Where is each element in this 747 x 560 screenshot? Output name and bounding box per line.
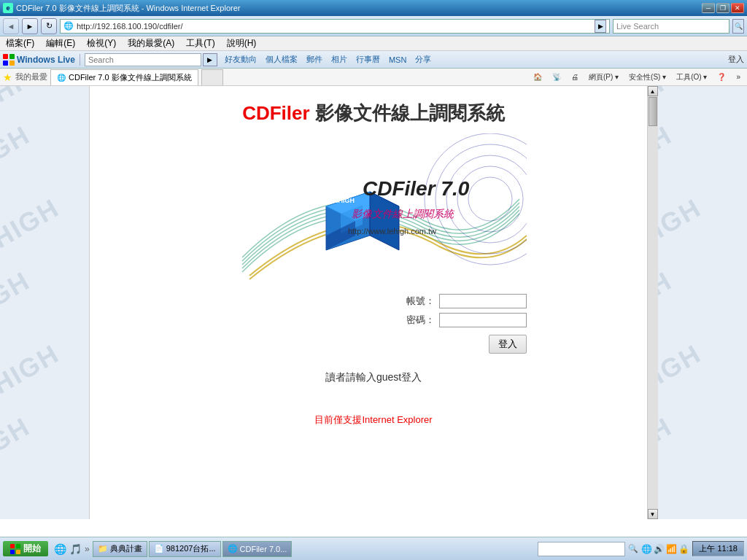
menu-tools[interactable]: 工具(T) [183,36,217,51]
scroll-thumb[interactable] [649,97,657,126]
password-row: 密碼： [406,313,527,327]
login-form: 帳號： 密碼： 登入 [220,294,527,354]
link-mail[interactable]: 郵件 [306,54,322,65]
logo-svg: LEHIGH CDFiler 7.0 影像文件線上調閱系統 http://www… [220,133,527,287]
taskbar-item-1-icon: 📁 [98,544,108,553]
windows-live-label: Windows Live [17,55,75,65]
address-go-button[interactable]: ▶ [595,20,606,33]
print-button[interactable]: 🖨 [568,71,582,83]
svg-text:LEHIGH: LEHIGH [330,197,355,204]
search-icon[interactable]: 🔍 [628,544,638,553]
favorites-label[interactable]: 我的最愛 [15,71,47,82]
refresh-button[interactable]: ↻ [41,18,57,34]
username-input[interactable] [439,294,527,308]
restore-button[interactable]: ❐ [716,3,729,13]
start-button[interactable]: 開始 [3,541,48,556]
page-title-area: CDFiler 影像文件線上調閱系統 [90,86,657,133]
taskbar-search-input[interactable] [538,542,625,556]
menu-view[interactable]: 檢視(Y) [84,36,119,51]
quick-launch-expand[interactable]: » [85,544,90,554]
links-bar: Windows Live ▶ 好友動向 個人檔案 郵件 相片 行事曆 MSN 分… [0,51,747,69]
link-profile[interactable]: 個人檔案 [266,54,298,65]
media-quick-icon[interactable]: 🎵 [69,543,82,555]
watermark-26: LEHIGH [0,411,36,491]
svg-point-8 [468,177,512,221]
search-go-button[interactable]: 🔍 [732,19,744,34]
links-search-input[interactable] [85,53,201,66]
taskbar-right: 🔍 🌐 🔊 📶 🔒 上午 11:18 [538,541,744,556]
link-share[interactable]: 分享 [415,54,431,65]
rss-button[interactable]: 📡 [549,71,565,83]
tray-icon-3[interactable]: 📶 [666,544,677,554]
menu-favorites[interactable]: 我的最愛(A) [125,36,177,51]
minimize-button[interactable]: ─ [702,3,715,13]
menu-file[interactable]: 檔案(F) [3,36,37,51]
signin-button[interactable]: 登入 [728,54,744,65]
windows-live-icon [3,54,15,66]
taskbar-item-3[interactable]: 🌐 CDFiler 7.0... [222,541,293,557]
links-right: 登入 [728,54,744,65]
svg-text:http://www.lehigh.com.tw: http://www.lehigh.com.tw [348,227,436,236]
ie-quick-icon[interactable]: 🌐 [54,543,66,555]
tray-icon-1[interactable]: 🌐 [641,544,652,554]
tray-icon-2[interactable]: 🔊 [654,544,665,554]
help-menu[interactable]: ❓ [713,71,729,83]
watermark-1: LEHIGH [0,86,65,127]
logo-container: LEHIGH CDFiler 7.0 影像文件線上調閱系統 http://www… [220,133,527,287]
home-button[interactable]: 🏠 [530,71,546,83]
scroll-down-button[interactable]: ▼ [648,509,658,519]
address-text[interactable]: http://192.168.100.190/cdfiler/ [77,22,592,31]
new-tab[interactable] [201,69,223,85]
search-box[interactable]: Live Search [613,19,729,34]
link-calendar[interactable]: 行事曆 [356,54,380,65]
link-msn[interactable]: MSN [389,55,406,64]
svg-rect-19 [16,544,20,548]
tools-menu[interactable]: 工具(O) ▾ [673,70,711,85]
taskbar-items: 📁 典典計畫 📄 981207台拓... 🌐 CDFiler 7.0... [93,541,535,557]
page-menu[interactable]: 網頁(P) ▾ [585,70,622,85]
watermark-11: LEHIGH [0,192,65,273]
taskbar-item-1[interactable]: 📁 典典計畫 [93,541,147,557]
close-button[interactable]: ✕ [731,3,744,13]
scroll-up-button[interactable]: ▲ [648,86,658,96]
scroll-track[interactable] [648,96,658,509]
taskbar: 開始 🌐 🎵 » 📁 典典計畫 📄 981207台拓... 🌐 CDFiler … [0,537,747,560]
back-button[interactable]: ◄ [3,18,19,34]
login-button[interactable]: 登入 [489,335,527,354]
scrollbar[interactable]: ▲ ▼ [647,86,657,519]
quick-launch: 🌐 🎵 » [54,543,90,555]
watermark-21: LEHIGH [0,338,65,419]
forward-button[interactable]: ► [22,18,38,34]
title-bar-buttons: ─ ❐ ✕ [702,3,744,13]
taskbar-item-2[interactable]: 📄 981207台拓... [149,541,221,557]
svg-rect-20 [10,550,15,554]
window-title: CDFiler 7.0 影像文件線上調閱系統 - Windows Interne… [16,3,240,14]
favorites-star-icon: ★ [3,71,12,83]
browser-toolbar-right: 🏠 📡 🖨 網頁(P) ▾ 安全性(S) ▾ 工具(O) ▾ ❓ » [530,70,744,85]
title-bar-left: e CDFiler 7.0 影像文件線上調閱系統 - Windows Inter… [3,3,240,14]
toolbar-separator [80,54,80,66]
svg-text:影像文件線上調閱系統: 影像文件線上調閱系統 [352,208,455,219]
links-search-button[interactable]: ▶ [203,53,217,66]
favorites-bar: ★ 我的最愛 🌐 CDFiler 7.0 影像文件線上調閱系統 🏠 📡 🖨 網頁… [0,69,747,86]
svg-rect-1 [9,54,15,59]
expand-button[interactable]: » [732,71,744,83]
title-cdfiler: CDFiler [242,102,309,124]
tray-icon-4[interactable]: 🔒 [678,544,689,554]
menu-help[interactable]: 說明(H) [224,36,260,51]
password-label: 密碼： [406,314,435,327]
password-input[interactable] [439,313,527,327]
tab-icon: 🌐 [57,74,66,82]
content-area: LEHIGH LEHIGH LEHIGH LEHIGH LEHIGH LEHIG… [0,86,747,519]
address-bar: 🌐 http://192.168.100.190/cdfiler/ ▶ [60,19,610,34]
active-tab[interactable]: 🌐 CDFiler 7.0 影像文件線上調閱系統 [50,69,198,85]
svg-rect-0 [3,54,8,59]
system-tray: 🌐 🔊 📶 🔒 [641,544,689,554]
security-menu[interactable]: 安全性(S) ▾ [625,70,670,85]
link-friends[interactable]: 好友動向 [225,54,257,65]
menu-edit[interactable]: 編輯(E) [43,36,78,51]
clock: 上午 11:18 [692,541,744,556]
watermark-16: LEHIGH [0,265,36,346]
ie-notice-text: 目前僅支援Internet Explorer [314,414,432,425]
link-photos[interactable]: 相片 [331,54,347,65]
